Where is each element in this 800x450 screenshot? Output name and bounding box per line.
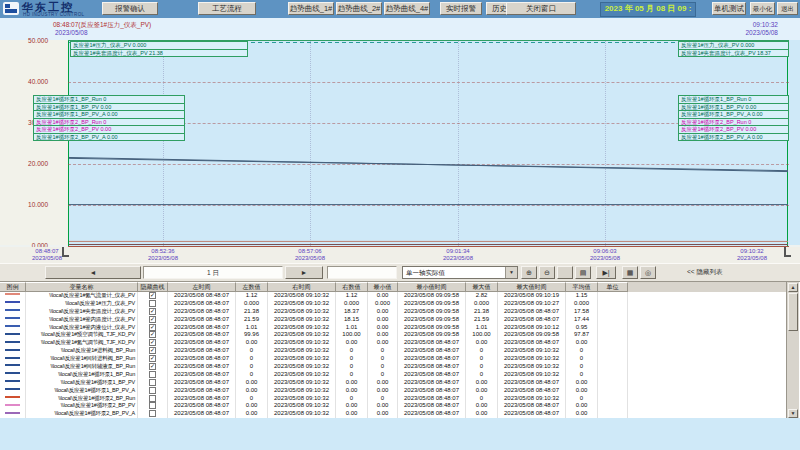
table-row[interactable]: \\local\反应釜1#氮气调节阀_TJF_KD_PV✓2023/05/08 … — [0, 339, 786, 347]
x-tick-date: 2023/05/08 — [135, 255, 191, 262]
cell-max: 0 — [466, 363, 498, 371]
process-flow-button[interactable]: 工艺流程 — [198, 2, 256, 15]
exit-button[interactable]: 退出 — [777, 2, 798, 15]
hide-curve-checkbox[interactable]: ✓ — [149, 324, 156, 331]
column-header[interactable]: 左数值 — [236, 282, 268, 292]
table-vertical-scrollbar[interactable]: ▲ ▼ — [786, 282, 799, 419]
hide-curve-checkbox[interactable]: ✓ — [149, 355, 156, 362]
hide-curve-checkbox[interactable] — [149, 379, 156, 386]
zoom-in-button[interactable]: ⊕ — [521, 266, 537, 279]
column-header[interactable]: 最大值 — [466, 282, 498, 292]
cell-unit — [598, 324, 628, 332]
variable-name-cell: \\local\反应釜1#夹套温度计_仪表_PV — [26, 308, 138, 316]
hide-curve-checkbox[interactable] — [149, 395, 156, 402]
column-header[interactable]: 最小值 — [368, 282, 398, 292]
table-row[interactable]: \\local\反应釜1#循环泵2_BP_PV2023/05/08 08:48:… — [0, 402, 786, 410]
right-cursor-handle[interactable] — [784, 247, 791, 257]
column-header[interactable]: 变量名称 — [26, 282, 138, 292]
column-header[interactable]: 右数值 — [336, 282, 368, 292]
cell-rv: 0 — [336, 355, 368, 363]
zoom-out-button[interactable]: ⊖ — [539, 266, 555, 279]
realtime-alarm-button[interactable]: 实时报警 — [440, 2, 482, 15]
hide-curve-checkbox[interactable] — [149, 402, 156, 409]
grid-view-button[interactable]: ▦ — [622, 266, 638, 279]
cell-mint: 2023/05/08 09:09:58 — [398, 324, 466, 332]
scroll-left-button[interactable]: ◄ — [45, 266, 141, 279]
column-header[interactable]: 平均值 — [566, 282, 598, 292]
table-row[interactable]: \\local\反应釜1#进料阀_BP_Run✓2023/05/08 08:48… — [0, 347, 786, 355]
hide-curve-checkbox[interactable]: ✓ — [149, 339, 156, 346]
hide-curve-checkbox[interactable]: ✓ — [149, 347, 156, 354]
cell-rt: 2023/05/08 09:10:32 — [268, 292, 336, 300]
column-header[interactable]: 单位 — [598, 282, 628, 292]
hide-curve-cell: ✓ — [138, 292, 168, 300]
hide-curve-cell: ✓ — [138, 363, 168, 371]
column-header[interactable]: 隐藏曲线 — [138, 282, 168, 292]
cell-mint: 2023/05/08 08:48:07 — [398, 379, 466, 387]
column-header[interactable]: 最小值时间 — [398, 282, 466, 292]
play-button[interactable]: ▶| — [596, 266, 616, 279]
column-header[interactable]: 右时间 — [268, 282, 336, 292]
column-header[interactable]: 左时间 — [168, 282, 236, 292]
hide-curve-checkbox[interactable]: ✓ — [149, 308, 156, 315]
zoom-reset-button[interactable] — [557, 266, 573, 279]
hide-curve-checkbox[interactable]: ✓ — [149, 363, 156, 370]
trend-curve-2-button[interactable]: 趋势曲线_2# — [336, 2, 382, 15]
hide-curve-checkbox[interactable]: ✓ — [149, 331, 156, 338]
time-span-scrollbar[interactable]: 1 日 — [143, 266, 283, 279]
variable-name-cell: \\local\反应釜1#循环泵1_BP_Run — [26, 371, 138, 379]
scroll-down-icon[interactable]: ▼ — [788, 409, 798, 418]
minimize-button[interactable]: 最小化 — [750, 2, 775, 15]
axis-mode-dropdown[interactable]: 单一轴实际值 ▼ — [402, 266, 518, 279]
legend-swatch-cell — [0, 308, 26, 316]
hide-curve-checkbox[interactable]: ✓ — [149, 292, 156, 299]
chevron-down-icon[interactable]: ▼ — [505, 267, 517, 278]
curve-color-swatch — [5, 364, 20, 366]
trend-curve-1-button[interactable]: 趋势曲线_1# — [288, 2, 334, 15]
x-tick-time: 09:06:03 — [577, 248, 633, 255]
close-window-button[interactable]: 关闭窗口 — [506, 2, 576, 15]
hide-curve-checkbox[interactable] — [149, 410, 156, 417]
table-row[interactable]: \\local\反应釜1#循环泵1_BP_PV2023/05/08 08:48:… — [0, 379, 786, 387]
alarm-ack-button[interactable]: 报警确认 — [102, 2, 158, 15]
table-row[interactable]: \\local\反应釜1#预空调节阀_TJF_KD_PV✓2023/05/08 … — [0, 331, 786, 339]
hide-list-toggle[interactable]: << 隐藏列表 — [687, 268, 722, 277]
cell-lt: 2023/05/08 08:48:07 — [168, 300, 236, 308]
standalone-test-button[interactable]: 单机测试 — [712, 2, 746, 15]
cell-avg: 1.15 — [566, 292, 598, 300]
hide-curve-checkbox[interactable]: ✓ — [149, 316, 156, 323]
table-row[interactable]: \\local\反应釜1#釜内液位计_仪表_PV✓2023/05/08 08:4… — [0, 324, 786, 332]
cell-rv: 0 — [336, 371, 368, 379]
scrollbar-thumb[interactable] — [788, 293, 798, 331]
secondary-track[interactable] — [327, 266, 397, 279]
table-row[interactable]: \\local\反应釜1#循环泵1_BP_Run2023/05/08 08:48… — [0, 371, 786, 379]
hide-curve-checkbox[interactable] — [149, 387, 156, 394]
scroll-right-button[interactable]: ► — [285, 266, 323, 279]
cell-rt: 2023/05/08 09:10:32 — [268, 402, 336, 410]
table-row[interactable]: \\local\反应釜1#氮气流量计_仪表_PV✓2023/05/08 08:4… — [0, 292, 786, 300]
table-row[interactable]: \\local\反应釜1#压力_仪表_PV2023/05/08 08:48:07… — [0, 300, 786, 308]
cell-lv: 1.01 — [236, 324, 268, 332]
table-row[interactable]: \\local\反应釜1#回转辅液泵_BP_Run✓2023/05/08 08:… — [0, 363, 786, 371]
trend-plot[interactable] — [68, 40, 789, 247]
top-toolbar: 华东工控 HD INDUSTRY CONTROL 报警确认 工艺流程 趋势曲线_… — [0, 0, 800, 19]
cell-rt: 2023/05/08 09:10:32 — [268, 371, 336, 379]
hide-curve-checkbox[interactable] — [149, 371, 156, 378]
x-axis-tick-label: 09:06:032023/05/08 — [577, 248, 633, 262]
cell-rv: 0 — [336, 395, 368, 403]
table-row[interactable]: \\local\反应釜1#循环泵2_BP_Run2023/05/08 08:48… — [0, 395, 786, 403]
table-row[interactable]: \\local\反应釜1#循环泵1_BP_PV_A2023/05/08 08:4… — [0, 387, 786, 395]
cell-lv: 0.00 — [236, 402, 268, 410]
cell-min: 0.00 — [368, 316, 398, 324]
table-row[interactable]: \\local\反应釜1#夹套温度计_仪表_PV✓2023/05/08 08:4… — [0, 308, 786, 316]
hide-curve-checkbox[interactable] — [149, 300, 156, 307]
hide-curve-cell: ✓ — [138, 339, 168, 347]
scroll-up-icon[interactable]: ▲ — [788, 283, 798, 292]
column-header[interactable]: 图例 — [0, 282, 26, 292]
table-row[interactable]: \\local\反应釜1#釜内温度计_仪表_PV✓2023/05/08 08:4… — [0, 316, 786, 324]
table-row[interactable]: \\local\反应釜1#回转进料阀_BP_Run✓2023/05/08 08:… — [0, 355, 786, 363]
settings-button[interactable]: ◎ — [640, 266, 656, 279]
trend-curve-4-button[interactable]: 趋势曲线_4# — [384, 2, 430, 15]
column-header[interactable]: 最大值时间 — [498, 282, 566, 292]
print-button[interactable]: ▤ — [575, 266, 591, 279]
